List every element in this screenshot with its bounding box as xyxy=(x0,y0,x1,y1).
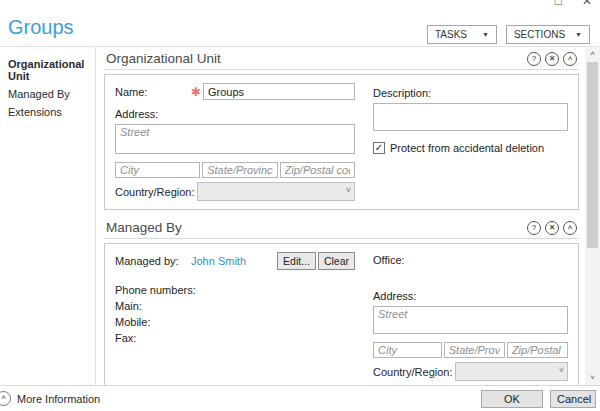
required-icon: ✱ xyxy=(191,85,203,99)
description-input[interactable] xyxy=(373,103,568,131)
vertical-scrollbar[interactable]: ˄ ˅ xyxy=(585,47,600,385)
scroll-up-icon[interactable]: ˄ xyxy=(585,47,600,61)
city-input-disabled xyxy=(373,342,442,358)
tasks-button[interactable]: TASKS ▼ xyxy=(427,25,497,44)
chevron-down-icon: ▼ xyxy=(482,31,489,38)
groups-dialog: □ ✕ Groups TASKS ▼ SECTIONS ▼ Organizati… xyxy=(0,0,600,411)
zip-postal-code-input[interactable] xyxy=(280,162,355,178)
more-information-icon[interactable]: ˄ xyxy=(0,391,11,406)
chevron-down-icon: ▼ xyxy=(575,31,582,38)
country-region-select[interactable]: ˅ xyxy=(197,182,355,201)
address-label: Address: xyxy=(115,108,158,120)
clear-button[interactable]: Clear xyxy=(318,252,355,270)
help-icon[interactable]: ? xyxy=(527,221,541,235)
mobile-phone-label: Mobile: xyxy=(115,316,355,328)
dialog-header: Groups TASKS ▼ SECTIONS ▼ xyxy=(0,8,600,46)
fax-label: Fax: xyxy=(115,332,355,344)
main-phone-label: Main: xyxy=(115,300,355,312)
protect-deletion-checkbox[interactable]: ✓ xyxy=(373,142,385,154)
close-icon[interactable]: ✕ xyxy=(582,0,592,8)
dialog-footer: ˄ More Information OK Cancel xyxy=(0,385,600,411)
edit-button[interactable]: Edit... xyxy=(277,252,316,270)
scrollbar-track[interactable] xyxy=(585,61,600,371)
zip-postal-code-input-disabled xyxy=(507,342,568,358)
chevron-down-icon: ˅ xyxy=(559,365,564,375)
sections-button[interactable]: SECTIONS ▼ xyxy=(506,25,590,44)
chevron-down-icon: ˅ xyxy=(346,185,351,195)
cancel-button[interactable]: Cancel xyxy=(550,390,596,408)
section-nav: Organizational Unit Managed By Extension… xyxy=(0,47,96,385)
scroll-down-icon[interactable]: ˅ xyxy=(585,371,600,385)
country-region-label: Country/Region: xyxy=(373,366,455,378)
page-title: Groups xyxy=(8,16,74,39)
description-label: Description: xyxy=(373,87,431,99)
state-province-input[interactable] xyxy=(202,162,277,178)
managed-by-section-header: Managed By ? ✕ ˄ xyxy=(104,218,579,239)
office-label: Office: xyxy=(373,254,568,266)
name-label: Name: xyxy=(115,86,191,98)
remove-section-icon[interactable]: ✕ xyxy=(545,52,559,66)
country-region-select-disabled: ˅ xyxy=(455,362,568,381)
sidebar-item-managed-by[interactable]: Managed By xyxy=(8,85,95,103)
collapse-section-icon[interactable]: ˄ xyxy=(563,221,577,235)
remove-section-icon[interactable]: ✕ xyxy=(545,221,559,235)
help-icon[interactable]: ? xyxy=(527,52,541,66)
city-input[interactable] xyxy=(115,162,200,178)
main-content: Organizational Unit ? ✕ ˄ Name: ✱ Addres… xyxy=(96,47,585,385)
organizational-unit-panel: Name: ✱ Address: Country/Region: xyxy=(104,74,579,210)
protect-deletion-label: Protect from accidental deletion xyxy=(390,142,544,154)
managed-by-label: Managed by: xyxy=(115,255,191,267)
country-region-label: Country/Region: xyxy=(115,186,197,198)
organizational-unit-section-header: Organizational Unit ? ✕ ˄ xyxy=(104,49,579,70)
managed-by-panel: Managed by: John Smith Edit... Clear Pho… xyxy=(104,243,579,385)
street-input-disabled xyxy=(373,306,568,334)
tasks-button-label: TASKS xyxy=(435,29,467,40)
phone-numbers-label: Phone numbers: xyxy=(115,284,355,296)
sidebar-item-extensions[interactable]: Extensions xyxy=(8,103,95,121)
street-input[interactable] xyxy=(115,124,355,154)
ok-button[interactable]: OK xyxy=(481,390,543,408)
state-province-input-disabled xyxy=(444,342,505,358)
maximize-icon[interactable]: □ xyxy=(555,0,562,8)
more-information-link[interactable]: More Information xyxy=(17,393,474,405)
managed-by-title: Managed By xyxy=(106,220,182,235)
scrollbar-thumb[interactable] xyxy=(587,62,598,248)
sidebar-item-organizational-unit[interactable]: Organizational Unit xyxy=(8,55,95,85)
sections-button-label: SECTIONS xyxy=(514,29,565,40)
collapse-section-icon[interactable]: ˄ xyxy=(563,52,577,66)
name-input[interactable] xyxy=(203,83,355,100)
address-label: Address: xyxy=(373,290,416,302)
managed-by-user-link[interactable]: John Smith xyxy=(191,255,275,267)
organizational-unit-title: Organizational Unit xyxy=(106,51,221,66)
